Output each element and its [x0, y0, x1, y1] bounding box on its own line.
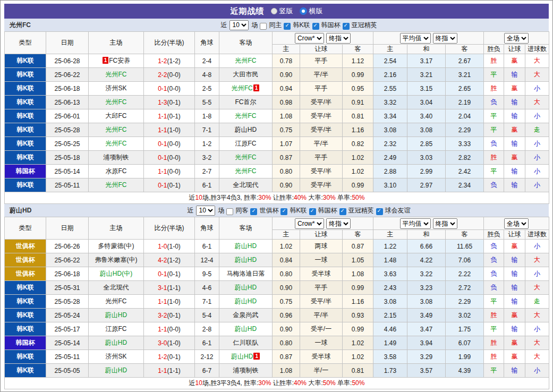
scope-select[interactable]: 全场 — [504, 33, 529, 44]
scope-select[interactable]: 全场 — [504, 218, 529, 229]
match-type-badge: 世俱杯 — [5, 240, 46, 253]
odds-home: 0.80 — [273, 267, 300, 281]
score-cell: 1-3(0-1) — [144, 96, 195, 109]
corner-cell: 12-4 — [195, 253, 219, 267]
odds-company-select[interactable]: Crow* — [295, 33, 324, 44]
table-row: 韩K联25-05-25光州FC0-1(0-0)1-2江原FC1.07平/半0.8… — [5, 137, 549, 151]
col-header-3: 比分(半场) — [144, 217, 195, 240]
avg-select[interactable]: 平均值 — [400, 33, 431, 44]
home-team: 蔚山HD — [89, 336, 144, 350]
table-row: 韩K联25-05-28光州FC1-1(1-0)7-1蔚山HD0.75受平/半1.… — [5, 295, 549, 309]
league-checkbox-2[interactable] — [309, 208, 316, 215]
odds-home: 1.07 — [273, 137, 300, 151]
avg-stage-select[interactable]: 终指 — [433, 33, 457, 44]
avg-away: 2.29 — [446, 123, 484, 137]
result-handicap: 输 — [504, 267, 525, 281]
odds-home: 0.96 — [273, 309, 300, 322]
table-row: 韩K联25-05-17江原FC1-1(0-0)2-8蔚山HD0.90受半/一0.… — [5, 322, 549, 336]
avg-away: 2.34 — [446, 178, 484, 192]
section-光州FC: 光州FC近10场同主韩K联韩国杯亚冠精英类型日期主场比分(半场)角球客场Crow… — [4, 19, 549, 204]
odds-stage-select[interactable]: 终指 — [326, 218, 351, 229]
vertical-layout-option[interactable]: 竖版 — [271, 6, 293, 16]
home-team: 1FC安养 — [89, 54, 144, 68]
odds-home: 0.94 — [273, 82, 300, 96]
match-type-badge: 韩K联 — [5, 364, 46, 378]
result-handicap: 输 — [504, 178, 525, 192]
match-date: 25-05-28 — [46, 295, 89, 309]
vertical-radio-icon[interactable] — [271, 8, 277, 14]
result-goals: 大 — [525, 54, 549, 68]
result-wdl: 胜 — [484, 151, 504, 165]
near-label: 近 — [187, 206, 193, 215]
result-handicap: 赢 — [504, 309, 525, 322]
avg-away: 3.21 — [446, 68, 484, 82]
home-team: 江原FC — [89, 322, 144, 336]
odds-away: 1.02 — [343, 350, 373, 364]
league-checkbox-3[interactable] — [339, 208, 346, 215]
league-checkbox-4[interactable] — [376, 208, 383, 215]
result-handicap: 赢 — [504, 82, 525, 96]
odds-stage-select[interactable]: 终指 — [326, 33, 351, 44]
odds-home: 1.08 — [273, 109, 300, 123]
match-date: 25-06-18 — [46, 82, 89, 96]
avg-select[interactable]: 平均值 — [400, 218, 431, 229]
sub-header-2: 客 — [343, 45, 373, 54]
sub-header-4: 和 — [407, 45, 446, 54]
avg-home: 2.43 — [373, 281, 407, 295]
matches-count-select[interactable]: 10 — [229, 20, 249, 30]
away-team: 蔚山HD — [219, 240, 273, 253]
odds-away: 1.05 — [343, 253, 373, 267]
avg-draw: 3.94 — [407, 336, 446, 350]
result-wdl: 胜 — [484, 336, 504, 350]
horizontal-radio-icon[interactable] — [300, 7, 307, 15]
section-header: 光州FC近10场同主韩K联韩国杯亚冠精英 — [4, 19, 549, 31]
odds-handicap: 受平/半 — [300, 178, 343, 192]
result-wdl: 平 — [484, 109, 504, 123]
avg-home: 4.46 — [373, 322, 407, 336]
league-checkbox-2[interactable] — [343, 23, 350, 30]
avg-home: 1.73 — [373, 364, 407, 378]
match-date: 25-06-13 — [46, 96, 89, 109]
same-venue-checkbox[interactable] — [260, 23, 267, 30]
avg-away: 2.19 — [446, 96, 484, 109]
league-label-1: 韩国杯 — [321, 21, 341, 30]
match-type-badge: 韩K联 — [5, 137, 46, 151]
sub-header-7: 让球 — [504, 45, 525, 54]
league-checkbox-0[interactable] — [250, 208, 257, 215]
result-wdl: 胜 — [484, 309, 504, 322]
result-wdl: 平 — [484, 165, 504, 178]
league-checkbox-1[interactable] — [312, 23, 319, 30]
avg-home: 1.49 — [373, 336, 407, 350]
matches-count-select[interactable]: 10 — [196, 206, 215, 216]
horizontal-layout-option[interactable]: 横版 — [300, 6, 323, 16]
odds-handicap: 平/半 — [300, 137, 343, 151]
away-team: 金泉尚武 — [219, 309, 273, 322]
filter-bar: 近10场同主韩K联韩国杯亚冠精英 — [220, 20, 377, 30]
avg-draw: 3.08 — [407, 295, 446, 309]
away-team: 光州FC — [219, 109, 273, 123]
odds-away: 1.08 — [343, 267, 373, 281]
match-type-badge: 世俱杯 — [5, 267, 46, 281]
away-team: 光州FC — [219, 151, 273, 165]
score-cell: 1-0(1-0) — [144, 240, 195, 253]
odds-home: 0.78 — [273, 54, 300, 68]
col-header-2: 主场 — [89, 217, 144, 240]
same-venue-checkbox[interactable] — [226, 208, 233, 215]
result-wdl: 负 — [484, 240, 504, 253]
league-checkbox-1[interactable] — [280, 208, 287, 215]
result-wdl: 负 — [484, 281, 504, 295]
result-handicap: 输 — [504, 68, 525, 82]
result-goals: 小 — [525, 178, 549, 192]
result-handicap: 输 — [504, 96, 525, 109]
odds-company-select[interactable]: Crow* — [295, 218, 324, 229]
corner-cell: 2-7 — [195, 165, 219, 178]
avg-away: 3.33 — [446, 137, 484, 151]
result-handicap: 输 — [504, 253, 525, 267]
score-cell: 3-1(1-1) — [144, 281, 195, 295]
avg-stage-select[interactable]: 终指 — [433, 218, 457, 229]
avg-home: 3.08 — [373, 295, 407, 309]
odds-company-group: Crow*终指 — [273, 32, 373, 45]
league-checkbox-0[interactable] — [284, 23, 291, 30]
match-date: 25-05-14 — [46, 336, 89, 350]
odds-handicap: 平/半 — [300, 309, 343, 322]
